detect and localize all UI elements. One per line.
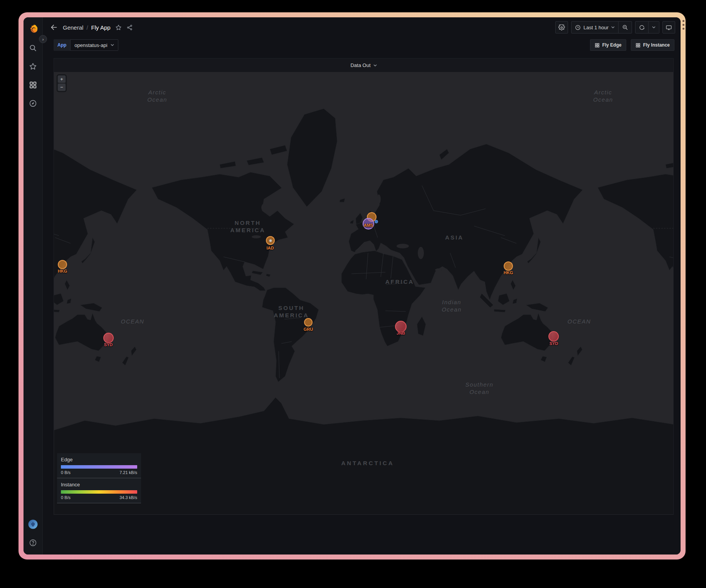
variable-app-dropdown[interactable]: openstatus-api [70,39,118,51]
refresh-interval-dropdown[interactable] [648,22,659,33]
explore-compass-icon[interactable] [27,97,40,110]
dashboard-settings-button[interactable] [555,21,568,34]
marker-ams-edge-small[interactable] [375,220,378,223]
legend-edge-title: Edge [61,457,137,462]
grafana-app: › General / Fly App [24,17,681,554]
clock-icon [575,25,581,30]
basemap [54,72,673,514]
chevron-down-icon [373,64,377,67]
time-range-picker[interactable]: Last 1 hour [572,22,618,33]
dashboards-icon[interactable] [27,78,40,91]
back-arrow-icon[interactable] [49,22,59,32]
tv-mode-button[interactable] [662,21,675,34]
marker-syd-east-instance[interactable] [548,331,559,342]
starred-icon[interactable] [27,60,40,73]
grafana-logo-icon[interactable] [27,23,40,36]
map-zoom-controls: + − [57,75,66,92]
grid-icon [635,43,640,48]
map-zoom-out-button[interactable]: − [58,84,66,91]
marker-hkg-east-instance[interactable] [504,261,513,271]
window-frame: › General / Fly App [18,12,686,560]
fly-edge-button[interactable]: Fly Edge [590,39,626,51]
search-icon[interactable] [27,41,40,54]
user-avatar[interactable] [27,518,40,531]
grid-icon [595,43,600,48]
breadcrumb-section[interactable]: General [63,24,83,31]
fly-instance-label: Fly Instance [643,42,670,48]
view-links: Fly Edge Fly Instance [590,39,674,51]
chevron-down-icon [611,26,615,28]
chevron-down-icon [111,44,114,46]
breadcrumb-separator: / [86,24,88,31]
legend-instance-max: 34.3 kB/s [119,495,137,500]
refresh-group [635,21,659,34]
legend-instance-min: 0 B/s [61,495,71,500]
legend-edge-min: 0 B/s [61,470,71,475]
time-range-label: Last 1 hour [583,25,609,30]
toolbar-right: Last 1 hour [555,21,675,34]
sidebar [24,17,43,554]
help-icon[interactable] [27,536,40,549]
legend-edge-max: 7.21 kB/s [119,470,137,475]
map-zoom-in-button[interactable]: + [58,75,66,83]
legend-edge: Edge 0 B/s 7.21 kB/s [57,453,141,478]
panel-title-menu[interactable]: Data Out [54,59,673,72]
breadcrumb-page: Fly App [91,24,111,31]
chevron-down-icon [652,26,656,28]
legend-instance-title: Instance [61,482,137,487]
geomap-panel: Data Out [54,58,674,515]
refresh-button[interactable] [635,22,648,33]
fly-edge-label: Fly Edge [602,42,622,48]
fly-instance-button[interactable]: Fly Instance [631,39,674,51]
legend-instance-gradient-bar [61,490,137,494]
breadcrumb: General / Fly App [63,24,111,31]
marker-ams-edge[interactable] [363,218,374,230]
share-icon[interactable] [126,24,133,31]
map-legend: Edge 0 B/s 7.21 kB/s Instance 0 B/s [57,453,141,503]
variable-app-label: App [54,39,70,51]
marker-iad-instance[interactable] [266,236,275,245]
variable-app-value: openstatus-api [74,42,107,48]
panel-title: Data Out [350,62,370,68]
sidebar-expand-button[interactable]: › [39,35,47,43]
variables-bar: App openstatus-api Fly Edge [43,37,681,55]
marker-gru-instance[interactable] [304,318,313,327]
antarctica-landmass [54,397,673,514]
time-zoom-out-button[interactable] [618,22,632,33]
top-toolbar: General / Fly App [43,17,681,37]
main-area: General / Fly App [43,17,681,554]
marker-iad-edge-dot [269,239,272,242]
legend-edge-gradient-bar [61,465,137,469]
marker-hkg-west-instance[interactable] [58,260,67,269]
world-map[interactable]: + − Arctic Ocean Arctic Ocean NORTH AMER… [54,72,673,514]
legend-instance: Instance 0 B/s 34.3 kB/s [57,478,141,503]
time-picker-group: Last 1 hour [571,21,632,34]
star-dashboard-icon[interactable] [115,24,122,31]
marker-syd-west-instance[interactable] [103,333,114,343]
marker-jnb-instance[interactable] [395,321,407,332]
frame-dots [682,20,684,30]
